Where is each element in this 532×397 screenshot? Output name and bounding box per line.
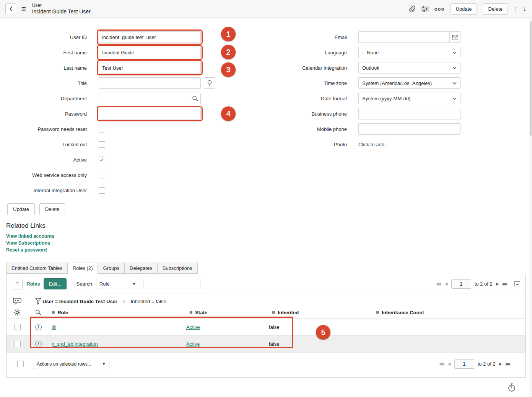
date-format-select[interactable]: System (yyyy-MM-dd)	[358, 93, 460, 104]
update-button[interactable]: Update	[7, 203, 35, 215]
delete-button[interactable]: Delete	[39, 203, 65, 215]
header-update-button[interactable]: Update	[451, 3, 477, 15]
internal-integration-user-checkbox[interactable]: ✓	[99, 187, 105, 194]
next-record-icon[interactable]: ↓	[523, 5, 527, 13]
column-header-inheritance-count[interactable]: ≡Inheritance Count	[373, 309, 525, 315]
page-number-input[interactable]	[451, 279, 471, 289]
response-time-stopwatch-icon[interactable]	[508, 383, 516, 393]
first-page-icon[interactable]: ◀◀	[436, 282, 441, 286]
web-service-access-only-checkbox[interactable]: ✓	[99, 172, 105, 178]
last-page-icon[interactable]: ▶▶	[503, 282, 508, 286]
select-all-checkbox[interactable]: ✓	[17, 361, 24, 367]
chevron-down-icon	[452, 51, 457, 54]
activity-chat-icon[interactable]	[7, 298, 28, 305]
web-service-access-only-label: Web service access only	[0, 172, 87, 178]
suggestion-button[interactable]	[204, 77, 215, 89]
business-phone-input[interactable]	[358, 108, 460, 119]
form-context-menu-icon[interactable]: ≡	[21, 5, 26, 13]
tab-entitled-custom-tables[interactable]: Entitled Custom Tables	[6, 263, 68, 274]
password-input[interactable]	[99, 108, 201, 119]
state-link[interactable]: Active	[186, 341, 200, 347]
mobile-phone-label: Mobile phone	[267, 126, 347, 132]
row-select-checkbox[interactable]: ✓	[14, 341, 21, 347]
column-header-state[interactable]: ≡State	[186, 309, 269, 315]
check-icon: ✓	[99, 157, 104, 163]
column-header-label: Inherited	[278, 310, 299, 315]
column-header-label: State	[195, 310, 207, 315]
tab-subscriptions[interactable]: Subscriptions	[157, 263, 198, 274]
actions-on-selected-rows-select[interactable]: Actions on selected rows... ▼	[33, 359, 109, 369]
calendar-integration-select[interactable]: Outlook	[358, 62, 460, 74]
breadcrumb-inherited-condition[interactable]: Inherited = false	[131, 299, 166, 304]
column-header-inherited[interactable]: ≡Inherited	[269, 309, 373, 315]
department-lookup-button[interactable]	[189, 93, 200, 104]
tab-groups[interactable]: Groups	[98, 263, 125, 274]
view-linked-accounts-link[interactable]: View linked accounts	[6, 233, 532, 240]
role-link[interactable]: itil	[52, 324, 56, 330]
role-link[interactable]: x_snd_eb.integration	[52, 341, 98, 347]
column-menu-icon[interactable]: ≡	[52, 309, 55, 315]
personalize-form-icon[interactable]	[421, 6, 429, 12]
email-input[interactable]	[358, 31, 450, 43]
column-menu-icon[interactable]: ≡	[189, 309, 192, 315]
active-checkbox[interactable]: ✓	[99, 157, 105, 163]
first-page-icon[interactable]: ◀◀	[439, 362, 444, 366]
last-page-icon[interactable]: ▶▶	[506, 362, 511, 366]
page-number-input[interactable]	[454, 359, 474, 369]
first-name-input[interactable]	[99, 47, 201, 58]
vertical-scrollbar[interactable]	[529, 18, 532, 397]
time-zone-select[interactable]: System (America/Los_Angeles)	[358, 77, 460, 89]
more-options-icon[interactable]: ooo	[434, 6, 445, 12]
column-menu-icon[interactable]: ≡	[272, 309, 275, 315]
info-icon[interactable]: i	[35, 324, 42, 330]
search-column-select[interactable]: Role ▼	[96, 279, 139, 289]
last-name-input[interactable]	[99, 62, 201, 74]
envelope-icon	[452, 35, 458, 39]
breadcrumb-separator: >	[123, 299, 126, 304]
record-type-label: User	[32, 3, 91, 8]
list-search-icon[interactable]	[28, 309, 49, 315]
state-link[interactable]: Active	[186, 324, 200, 330]
next-page-icon[interactable]: ▶	[499, 362, 502, 366]
info-icon[interactable]: i	[35, 341, 42, 347]
personalize-list-gear-icon[interactable]	[7, 309, 28, 316]
photo-click-to-add[interactable]: Click to add...	[358, 142, 389, 147]
header-delete-button[interactable]: Delete	[483, 3, 508, 15]
list-search-input[interactable]	[143, 279, 200, 289]
form-right-column: Email Language -- None -- Calendar integ…	[267, 29, 481, 198]
send-email-button[interactable]	[449, 31, 460, 43]
previous-record-icon[interactable]: ↑	[514, 5, 517, 13]
collapse-list-icon[interactable]	[514, 281, 520, 286]
search-column-value: Role	[99, 281, 110, 287]
scrollbar-thumb[interactable]	[530, 21, 532, 136]
language-select[interactable]: -- None --	[358, 47, 460, 58]
column-header-role[interactable]: ≡Role	[49, 309, 186, 315]
title-input[interactable]	[99, 77, 201, 89]
previous-page-icon[interactable]: ◀	[447, 362, 451, 366]
column-menu-icon[interactable]: ≡	[376, 309, 379, 315]
password-needs-reset-label: Password needs reset	[0, 126, 87, 132]
attachment-icon[interactable]	[408, 5, 415, 13]
locked-out-checkbox[interactable]: ✓	[99, 141, 105, 148]
previous-page-icon[interactable]: ◀	[444, 282, 447, 286]
time-zone-select-value: System (America/Los_Angeles)	[362, 80, 432, 86]
tab-roles[interactable]: Roles (2)	[67, 263, 98, 274]
row-select-checkbox[interactable]: ✓	[14, 324, 21, 330]
tab-delegates[interactable]: Delegates	[124, 263, 158, 274]
next-page-icon[interactable]: ▶	[496, 282, 499, 286]
date-format-select-value: System (yyyy-MM-dd)	[362, 96, 410, 101]
title-label: Title	[0, 80, 87, 86]
password-needs-reset-checkbox[interactable]: ✓	[99, 126, 105, 132]
view-subscriptions-link[interactable]: View Subscriptions	[6, 240, 532, 247]
department-input[interactable]	[99, 93, 189, 104]
user-id-input[interactable]	[99, 31, 201, 43]
reset-a-password-link[interactable]: Reset a password	[6, 247, 532, 253]
back-button[interactable]	[5, 3, 16, 14]
breadcrumb-user-condition[interactable]: User = Incident Guide Test User	[42, 299, 117, 304]
edit-button[interactable]: Edit...	[44, 278, 66, 289]
form-buttons: Update Delete	[7, 203, 532, 215]
mobile-phone-input[interactable]	[358, 123, 460, 135]
header-actions: ooo Update Delete ↑ ↓	[408, 3, 527, 15]
list-context-menu-button[interactable]: ≡	[12, 279, 23, 289]
date-format-label: Date format	[267, 96, 347, 101]
